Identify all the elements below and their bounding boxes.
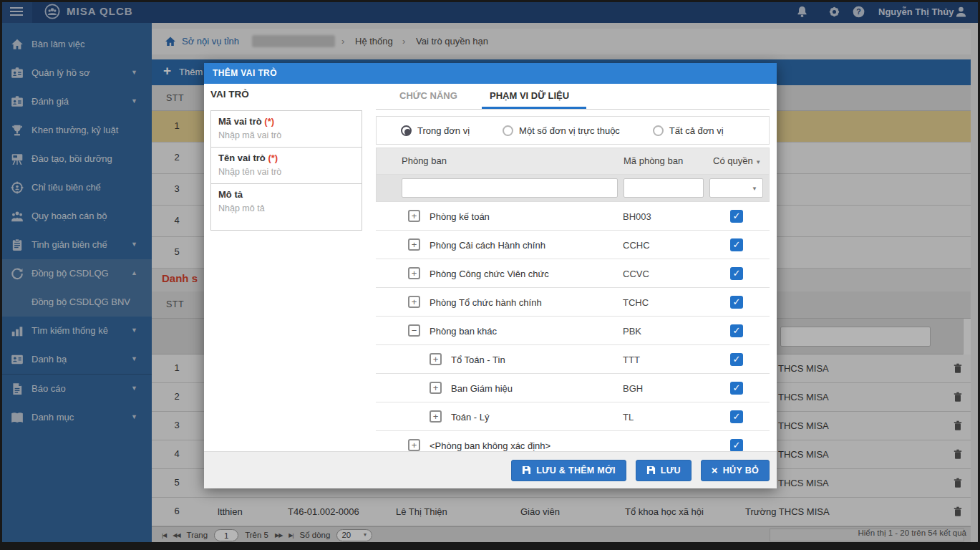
checkbox-checked[interactable]: ✓	[730, 324, 743, 337]
required-mark: (*)	[268, 153, 278, 163]
code-filter-input[interactable]	[624, 178, 704, 198]
table-row[interactable]: + Phòng Tổ chức hành chính TCHC ✓	[376, 288, 770, 317]
dept-table-header: Phòng ban Mã phòng ban Có quyền ▼	[376, 148, 770, 175]
checkbox-checked[interactable]: ✓	[730, 439, 743, 451]
table-row[interactable]: − Phòng ban khác PBK ✓	[376, 317, 770, 345]
table-row-child[interactable]: + Ban Giám hiệu BGH ✓	[376, 374, 770, 402]
radio-icon	[401, 125, 412, 136]
table-row[interactable]: + Phòng Công chức Viên chức CCVC ✓	[376, 259, 770, 288]
table-row[interactable]: + Phòng Cải cách Hành chính CCHC ✓	[376, 231, 770, 259]
window-border	[0, 542, 980, 550]
col-phong-ban[interactable]: Phòng ban	[402, 155, 447, 166]
checkbox-checked[interactable]: ✓	[730, 296, 743, 309]
checkbox-checked[interactable]: ✓	[730, 210, 743, 223]
dept-table-body: + Phòng kế toán BH003 ✓ + Phòng Cải cách…	[376, 202, 770, 451]
checkbox-checked[interactable]: ✓	[730, 238, 743, 251]
dept-filter-input[interactable]	[402, 178, 618, 198]
radio-tat-ca-don-vi[interactable]: Tất cả đơn vị	[653, 125, 724, 136]
role-description-placeholder: Nhập mô tả	[218, 203, 354, 213]
expand-icon[interactable]: +	[408, 238, 420, 251]
table-row[interactable]: + Phòng kế toán BH003 ✓	[376, 202, 770, 231]
radio-trong-don-vi[interactable]: Trong đơn vị	[401, 125, 470, 136]
chevron-down-icon: ▼	[752, 185, 757, 192]
radio-icon	[653, 125, 664, 136]
scope-radio-group: Trong đơn vị Một số đơn vị trực thuộc Tấ…	[376, 116, 770, 145]
modal-title: THÊM VAI TRÒ	[204, 63, 777, 84]
role-code-field[interactable]: Mã vai trò (*) Nhập mã vai trò	[210, 110, 362, 148]
checkbox-checked[interactable]: ✓	[730, 353, 743, 366]
window-border	[0, 0, 980, 2]
role-name-placeholder: Nhập tên vai trò	[218, 167, 354, 177]
save-icon	[522, 465, 531, 475]
window-border	[0, 0, 2, 550]
expand-icon[interactable]: +	[430, 382, 442, 394]
collapse-icon[interactable]: −	[408, 324, 420, 337]
radio-mot-so-don-vi[interactable]: Một số đơn vị trực thuộc	[503, 125, 620, 136]
tab-chuc-nang[interactable]: CHỨC NĂNG	[399, 90, 457, 101]
col-co-quyen[interactable]: Có quyền ▼	[713, 155, 761, 166]
app-window: MISA QLCB ? Nguyễn Thị Thủy Bàn làm việc	[0, 0, 980, 550]
dept-table-filter-row: ▼	[376, 175, 770, 202]
modal-footer: LƯU & THÊM MỚI LƯU × HỦY BỎ	[204, 451, 777, 488]
tab-separator-line	[376, 109, 770, 110]
close-icon: ×	[712, 465, 718, 476]
chevron-down-icon: ▼	[755, 159, 761, 165]
cancel-button[interactable]: × HỦY BỎ	[701, 460, 770, 481]
perm-filter-select[interactable]: ▼	[709, 178, 763, 198]
save-button[interactable]: LƯU	[636, 460, 692, 481]
expand-icon[interactable]: +	[408, 296, 420, 308]
add-role-modal: THÊM VAI TRÒ VAI TRÒ Mã vai trò (*) Nhập…	[204, 63, 777, 488]
save-and-add-button[interactable]: LƯU & THÊM MỚI	[511, 460, 626, 481]
table-row[interactable]: + <Phòng ban không xác định> ✓	[376, 431, 770, 451]
role-name-field[interactable]: Tên vai trò (*) Nhập tên vai trò	[210, 147, 362, 184]
tab-pham-vi-du-lieu[interactable]: PHẠM VI DỮ LIỆU	[490, 90, 569, 101]
required-mark: (*)	[264, 116, 274, 127]
radio-icon	[503, 125, 513, 136]
checkbox-checked[interactable]: ✓	[730, 410, 743, 423]
save-icon	[646, 465, 656, 475]
col-ma-phong-ban[interactable]: Mã phòng ban	[624, 155, 683, 166]
table-row-child[interactable]: + Toán - Lý TL ✓	[376, 402, 770, 431]
expand-icon[interactable]: +	[408, 439, 420, 451]
expand-icon[interactable]: +	[430, 353, 442, 365]
checkbox-checked[interactable]: ✓	[730, 382, 743, 395]
expand-icon[interactable]: +	[408, 267, 420, 279]
expand-icon[interactable]: +	[430, 410, 442, 423]
table-row-child[interactable]: + Tổ Toán - Tin TTT ✓	[376, 345, 770, 374]
role-description-field[interactable]: Mô tả Nhập mô tả	[210, 183, 362, 231]
expand-icon[interactable]: +	[408, 210, 420, 222]
checkbox-checked[interactable]: ✓	[730, 267, 743, 280]
role-panel-heading: VAI TRÒ	[210, 89, 249, 100]
role-code-placeholder: Nhập mã vai trò	[218, 130, 354, 140]
